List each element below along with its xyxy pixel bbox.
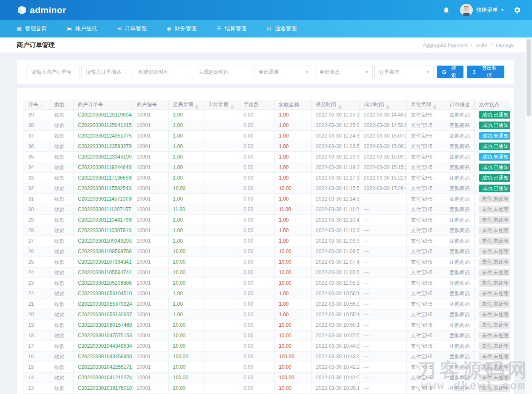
cell-submit_time: 2022-03-30 11:11:20 bbox=[312, 204, 360, 215]
cell-order_no: C20220330112359327974 bbox=[74, 141, 132, 152]
cell-success_time: --- bbox=[360, 320, 407, 331]
cell-amount: 10.00 bbox=[169, 267, 204, 278]
cell-status: 成功,已通知 bbox=[475, 120, 510, 131]
export-button-label: 导出数据 bbox=[479, 65, 499, 79]
cell-pay_type: 支付宝H5 bbox=[407, 215, 445, 225]
cell-paid bbox=[204, 309, 239, 320]
cell-status: 未付,未处理 bbox=[475, 246, 510, 257]
nav-item-channel[interactable]: ▤通道管理 bbox=[267, 25, 296, 32]
cell-received: 10.00 bbox=[275, 341, 312, 352]
nav-item-finance[interactable]: ◉财务管理 bbox=[167, 25, 196, 32]
cell-merchant_no: 10001 bbox=[132, 215, 169, 225]
cell-amount: 1.00 bbox=[169, 120, 204, 131]
cell-fee: 0.00 bbox=[239, 288, 275, 299]
cell-merchant_no: 10001 bbox=[132, 131, 169, 141]
sort-icon[interactable] bbox=[338, 105, 341, 109]
cell-received: 10.00 bbox=[275, 183, 312, 194]
status-select[interactable]: 全部状态 ▼ bbox=[315, 66, 373, 78]
cell-fee: 0.00 bbox=[239, 320, 275, 331]
cell-success_time: --- bbox=[360, 341, 407, 352]
cell-status: 未付,未处理 bbox=[475, 320, 510, 331]
cell-paid bbox=[204, 225, 239, 236]
col-header-pay_type[interactable]: 支付类型 bbox=[407, 100, 445, 110]
cell-received: 1.00 bbox=[275, 110, 312, 120]
order-type-select[interactable]: 订单类型 ▼ bbox=[374, 66, 434, 78]
cell-desc: 团购商品 bbox=[445, 320, 475, 331]
col-header-paid[interactable]: 实付金额 bbox=[204, 100, 239, 110]
order-desc-input[interactable] bbox=[81, 66, 132, 78]
notifications-bell-icon[interactable] bbox=[442, 6, 450, 14]
cell-merchant_no: 10001 bbox=[132, 373, 169, 383]
cell-amount: 10.00 bbox=[169, 183, 204, 194]
cell-fee: 0.00 bbox=[239, 383, 275, 394]
status-badge: 未付,未处理 bbox=[479, 206, 510, 213]
breadcrumb-item: manage bbox=[496, 42, 514, 48]
status-badge: 成功,已通知 bbox=[479, 122, 510, 129]
cell-paid bbox=[204, 267, 239, 278]
cell-paid bbox=[204, 288, 239, 299]
create-time-input[interactable] bbox=[134, 66, 192, 78]
cell-pay_type: 支付宝H5 bbox=[407, 120, 445, 131]
cell-order_no: C20220330105537932437 bbox=[74, 299, 132, 309]
cell-merchant_no: 10001 bbox=[132, 309, 169, 320]
cell-amount: 1.00 bbox=[169, 236, 204, 246]
settings-gear-icon[interactable] bbox=[513, 6, 521, 14]
cell-success_time: 2022-03-30 15:07:33 bbox=[360, 131, 407, 141]
order-no-input[interactable] bbox=[26, 66, 79, 78]
col-header-submit_time[interactable]: 提交时间 bbox=[312, 100, 360, 110]
status-badge: 未付,未处理 bbox=[479, 353, 510, 360]
user-menu[interactable]: 快捷菜单 ▾ bbox=[460, 4, 503, 16]
finish-time-input[interactable] bbox=[194, 66, 252, 78]
cell-received: 11.00 bbox=[275, 204, 312, 215]
cell-desc: 团购商品 bbox=[445, 204, 475, 215]
nav-item-settlement[interactable]: ☰结算管理 bbox=[217, 25, 246, 32]
chevron-down-icon: ▼ bbox=[305, 70, 310, 74]
cell-order_no: C20220330105015746892 bbox=[74, 320, 132, 331]
status-badge: 未付,未处理 bbox=[479, 321, 510, 329]
sort-icon[interactable] bbox=[230, 105, 234, 109]
sort-icon[interactable] bbox=[386, 105, 389, 109]
col-header-amount[interactable]: 交易金额 bbox=[169, 100, 204, 110]
cell-received: 1.00 bbox=[275, 162, 312, 173]
scrollbar[interactable] bbox=[525, 37, 532, 394]
breadcrumb-item[interactable]: order bbox=[476, 42, 487, 48]
nav-item-home[interactable]: ▦管理首页 bbox=[17, 25, 47, 32]
cell-merchant_no: 10001 bbox=[132, 257, 169, 267]
cell-paid bbox=[204, 183, 239, 194]
channel-select[interactable]: 全部通道 ▼ bbox=[254, 66, 313, 78]
cell-status: 成功,已通知 bbox=[475, 173, 510, 183]
cell-order_no: C20220330112504121527 bbox=[74, 120, 132, 131]
nav-item-order[interactable]: ✉订单管理 bbox=[117, 25, 147, 32]
breadcrumb-item[interactable]: Aggregate Payment bbox=[423, 42, 468, 48]
cell-status: 成功,未通知 bbox=[475, 152, 510, 162]
scrollbar-thumb[interactable] bbox=[527, 39, 531, 116]
cell-type: 收款 bbox=[50, 352, 74, 362]
cell-status: 未付,未处理 bbox=[475, 225, 510, 236]
cell-order_no: C20220330111713665680 bbox=[74, 173, 132, 183]
cell-submit_time: 2022-03-30 11:09:35 bbox=[312, 236, 360, 246]
cell-fee: 0.00 bbox=[239, 110, 275, 120]
cell-type: 收款 bbox=[50, 267, 74, 278]
orders-table: 序号...类型...商户订单号商户编号交易金额实付金额手续费实收金额提交时间成功… bbox=[24, 100, 510, 394]
cell-type: 收款 bbox=[50, 131, 74, 141]
cell-status: 未付,未处理 bbox=[475, 352, 510, 362]
search-button[interactable]: G 搜索 bbox=[437, 66, 463, 78]
cell-success_time: --- bbox=[360, 278, 407, 288]
export-button[interactable]: 导出数据 bbox=[467, 66, 504, 78]
cell-success_time: 2022-03-30 14:50:55 bbox=[360, 120, 407, 131]
col-header-success_time[interactable]: 成功时间 bbox=[360, 100, 407, 110]
app-logo[interactable]: adminor bbox=[17, 5, 66, 15]
cell-no: 20 bbox=[24, 309, 50, 320]
finance-icon: ◉ bbox=[167, 26, 171, 31]
nav-item-account[interactable]: ▣账户信息 bbox=[67, 25, 97, 32]
sort-icon[interactable] bbox=[195, 105, 199, 109]
table-row: 20收款C20220330105513260781100011.000.001.… bbox=[24, 309, 510, 320]
search-icon: G bbox=[442, 69, 446, 75]
cell-success_time: 2022-03-30 15:15:35 bbox=[360, 162, 407, 173]
sort-icon[interactable] bbox=[433, 105, 437, 109]
cell-fee: 0.00 bbox=[239, 362, 275, 373]
cell-desc: 团购商品 bbox=[445, 267, 475, 278]
cell-status: 未付,未处理 bbox=[475, 215, 510, 225]
breadcrumb-separator: / bbox=[471, 42, 472, 48]
cell-received: 10.00 bbox=[275, 383, 312, 394]
